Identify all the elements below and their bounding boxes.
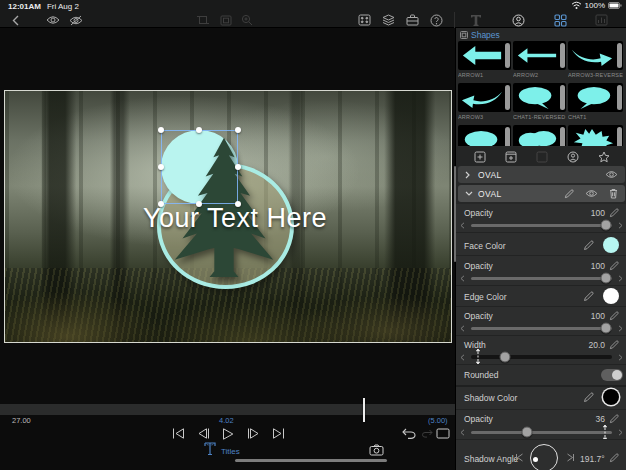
snapshot-camera-icon[interactable] bbox=[369, 444, 384, 456]
character-presets-icon[interactable] bbox=[567, 151, 579, 163]
tile-handle[interactable] bbox=[560, 127, 565, 146]
selection-handle-nw[interactable] bbox=[158, 127, 164, 133]
undo-button[interactable] bbox=[402, 427, 416, 440]
layer-row-oval-collapsed[interactable]: OVAL bbox=[458, 166, 625, 183]
titles-track-label[interactable]: Titles bbox=[221, 447, 240, 456]
shadow-color-pencil-icon[interactable] bbox=[583, 392, 593, 402]
slider-right-arrow-icon[interactable] bbox=[616, 222, 625, 229]
shadow-color-swatch[interactable] bbox=[603, 389, 619, 405]
show-overlays-icon[interactable] bbox=[45, 13, 61, 27]
shape-tile-arrow1[interactable]: ARROW1 bbox=[458, 41, 511, 83]
layers-icon[interactable] bbox=[380, 13, 396, 27]
tile-handle[interactable] bbox=[617, 43, 622, 68]
edit-pencil-icon[interactable] bbox=[609, 453, 619, 463]
preview-canvas[interactable]: Your Text Here bbox=[4, 90, 452, 343]
keyframe-marker[interactable] bbox=[601, 425, 608, 440]
shape-tile-bubble[interactable] bbox=[458, 125, 511, 146]
add-preset-icon[interactable] bbox=[505, 151, 517, 163]
slider-thumb[interactable] bbox=[499, 352, 510, 363]
slider-left-arrow-icon[interactable] bbox=[458, 354, 467, 361]
play-button[interactable] bbox=[221, 427, 235, 440]
edit-pencil-icon[interactable] bbox=[609, 340, 619, 350]
shape-tile-arrow3[interactable]: ARROW3 bbox=[458, 83, 511, 125]
tab-audio-meters[interactable] bbox=[593, 13, 609, 27]
tab-text-styles[interactable] bbox=[468, 13, 484, 27]
tab-shapes[interactable] bbox=[552, 13, 568, 27]
crop-tool-icon[interactable] bbox=[195, 13, 211, 27]
shape-tile-arrow3-reversed[interactable]: ARROW3-REVERSED bbox=[568, 41, 623, 83]
edit-pencil-icon[interactable] bbox=[609, 208, 619, 218]
keyframe-marker[interactable] bbox=[475, 349, 482, 364]
edit-pencil-icon[interactable] bbox=[609, 414, 619, 424]
slider-left-arrow-icon[interactable] bbox=[458, 429, 467, 436]
face-opacity-slider[interactable] bbox=[458, 271, 625, 285]
shape-tile-starburst[interactable] bbox=[568, 125, 623, 146]
slider-right-arrow-icon[interactable] bbox=[616, 354, 625, 361]
help-icon[interactable] bbox=[428, 13, 444, 27]
tab-character[interactable] bbox=[510, 13, 526, 27]
rename-pencil-icon[interactable] bbox=[564, 189, 574, 199]
selection-handle-s[interactable] bbox=[196, 201, 202, 207]
slider-left-arrow-icon[interactable] bbox=[458, 325, 467, 332]
chevron-down-icon[interactable] bbox=[465, 191, 472, 196]
layer-row-oval-expanded[interactable]: OVAL bbox=[458, 185, 625, 202]
delete-layer-trash-icon[interactable] bbox=[609, 188, 618, 199]
add-shape-icon[interactable] bbox=[474, 151, 486, 163]
chevron-right-icon[interactable] bbox=[465, 171, 472, 179]
layer-visibility-icon[interactable] bbox=[605, 170, 618, 179]
timeline-horizontal-scrollbar[interactable] bbox=[235, 459, 387, 462]
next-keyframe-flag-icon[interactable] bbox=[566, 453, 575, 462]
slider-right-arrow-icon[interactable] bbox=[616, 325, 625, 332]
slider-right-arrow-icon[interactable] bbox=[616, 275, 625, 282]
tile-handle[interactable] bbox=[617, 127, 622, 146]
toolbox-icon[interactable] bbox=[404, 13, 420, 27]
save-preset-icon[interactable] bbox=[536, 151, 548, 163]
shape-tile-chat1[interactable]: CHAT1 bbox=[568, 83, 623, 125]
redo-button[interactable] bbox=[420, 427, 434, 440]
edge-opacity-slider[interactable] bbox=[458, 321, 625, 335]
rounded-toggle[interactable] bbox=[601, 369, 623, 381]
face-color-pencil-icon[interactable] bbox=[583, 240, 593, 250]
shape-tile-arrow2[interactable]: ARROW2 bbox=[513, 41, 566, 83]
layer-visibility-icon[interactable] bbox=[585, 189, 598, 198]
slider-thumb[interactable] bbox=[601, 323, 612, 334]
tile-handle[interactable] bbox=[617, 85, 622, 110]
edit-pencil-icon[interactable] bbox=[609, 261, 619, 271]
tile-handle[interactable] bbox=[505, 85, 510, 110]
scrub-bar[interactable] bbox=[0, 404, 455, 415]
prev-keyframe-flag-icon[interactable] bbox=[515, 453, 524, 462]
selection-handle-w[interactable] bbox=[158, 164, 164, 170]
selection-handle-ne[interactable] bbox=[235, 127, 241, 133]
title-text[interactable]: Your Text Here bbox=[11, 203, 452, 234]
shape-tile-bubble-cloud[interactable] bbox=[513, 125, 566, 146]
selection-handle-sw[interactable] bbox=[158, 201, 164, 207]
step-forward-button[interactable] bbox=[246, 427, 260, 440]
width-slider[interactable] bbox=[458, 350, 625, 364]
slider-left-arrow-icon[interactable] bbox=[458, 275, 467, 282]
tile-handle[interactable] bbox=[505, 43, 510, 68]
slider-thumb[interactable] bbox=[522, 427, 533, 438]
playhead[interactable] bbox=[363, 398, 365, 422]
step-back-button[interactable] bbox=[196, 427, 210, 440]
fullscreen-preview-button[interactable] bbox=[436, 427, 450, 440]
skip-to-start-button[interactable] bbox=[171, 427, 185, 440]
edit-pencil-icon[interactable] bbox=[609, 311, 619, 321]
skip-to-end-button[interactable] bbox=[271, 427, 285, 440]
fit-frame-icon[interactable] bbox=[218, 13, 234, 27]
tile-handle[interactable] bbox=[560, 85, 565, 110]
selection-handle-se[interactable] bbox=[235, 201, 241, 207]
slider-left-arrow-icon[interactable] bbox=[458, 222, 467, 229]
selection-handle-e[interactable] bbox=[235, 164, 241, 170]
tile-handle[interactable] bbox=[505, 127, 510, 146]
tile-handle[interactable] bbox=[560, 43, 565, 68]
favorites-star-icon[interactable] bbox=[598, 151, 610, 163]
zoom-in-icon[interactable] bbox=[239, 13, 255, 27]
edge-color-swatch[interactable] bbox=[603, 288, 619, 304]
shadow-opacity-slider[interactable] bbox=[458, 425, 625, 439]
slider-right-arrow-icon[interactable] bbox=[616, 429, 625, 436]
slider-thumb[interactable] bbox=[601, 273, 612, 284]
presets-icon[interactable] bbox=[356, 13, 372, 27]
shape-tile-chat1-reversed[interactable]: CHAT1-REVERSED bbox=[513, 83, 566, 125]
edge-color-pencil-icon[interactable] bbox=[583, 291, 593, 301]
slider-thumb[interactable] bbox=[601, 220, 612, 231]
